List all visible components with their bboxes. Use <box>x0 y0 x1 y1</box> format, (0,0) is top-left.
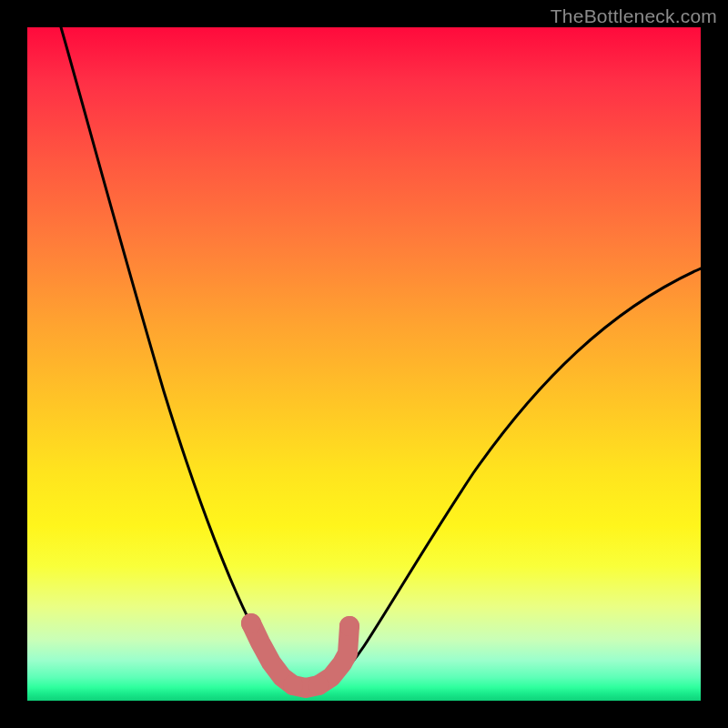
plot-area <box>27 27 701 701</box>
curve-layer <box>27 27 701 701</box>
watermark-text: TheBottleneck.com <box>551 5 717 27</box>
highlight-dot <box>241 613 261 633</box>
highlight-dot <box>308 675 329 695</box>
bottleneck-curve <box>61 27 701 691</box>
highlight-dot <box>339 616 359 636</box>
highlight-dot <box>283 675 303 695</box>
highlight-band <box>251 623 349 688</box>
chart-frame: TheBottleneck.com <box>0 0 728 728</box>
